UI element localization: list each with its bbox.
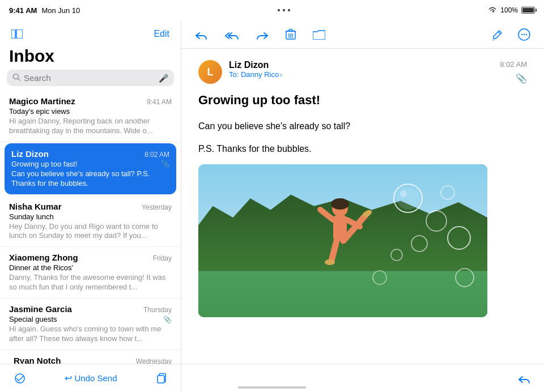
email-preview-5: Hi again. Guess who's coming to town wit… bbox=[9, 325, 172, 344]
email-detail-content: L Liz Dizon To: Danny Rico › 8:02 AM 📎 G… bbox=[181, 49, 544, 364]
svg-line-28 bbox=[332, 241, 337, 261]
svg-point-37 bbox=[441, 186, 454, 199]
status-bar-left: 9:41 AM Mon Jun 10 bbox=[9, 6, 80, 15]
svg-point-33 bbox=[397, 187, 419, 210]
email-time-1: 9:41 AM bbox=[147, 98, 172, 106]
more-button[interactable] bbox=[516, 26, 533, 43]
sender-avatar: L bbox=[198, 60, 222, 84]
home-indicator bbox=[238, 386, 306, 389]
email-preview-2: Can you believe she's already so tall? P… bbox=[11, 169, 169, 189]
svg-rect-0 bbox=[11, 29, 15, 39]
svg-point-20 bbox=[524, 33, 525, 35]
email-time-4: Friday bbox=[153, 254, 172, 262]
svg-rect-22 bbox=[198, 272, 487, 317]
email-item-5[interactable]: Jasmine Garcia Thursday Special guests 📎… bbox=[0, 299, 181, 350]
status-bar: 9:41 AM Mon Jun 10 100% bbox=[0, 0, 544, 20]
svg-point-24 bbox=[331, 198, 349, 210]
detail-toolbar-left bbox=[193, 27, 328, 42]
svg-rect-1 bbox=[16, 29, 23, 39]
email-preview-1: Hi again Danny, Reporting back on anothe… bbox=[9, 117, 172, 136]
filter-button[interactable] bbox=[11, 371, 28, 386]
undo-send-button[interactable]: ↩ Undo Send bbox=[65, 373, 117, 384]
email-item-6[interactable]: Ryan Notch Wednesday Out of town Howdy n… bbox=[0, 350, 181, 364]
app-container: Edit Inbox 🎤 Magico Martinez 9:41 AM bbox=[0, 20, 544, 392]
search-bar[interactable]: 🎤 bbox=[7, 70, 174, 86]
move-folder-button[interactable] bbox=[311, 27, 328, 42]
trash-button[interactable] bbox=[283, 27, 298, 42]
edit-button[interactable]: Edit bbox=[151, 27, 172, 41]
sender-initial: L bbox=[207, 66, 214, 78]
email-item-1[interactable]: Magico Martinez 9:41 AM Today's epic vie… bbox=[0, 91, 181, 142]
dot-3 bbox=[288, 9, 290, 11]
wifi-icon bbox=[488, 6, 497, 15]
email-subject-1: Today's epic views bbox=[9, 107, 70, 116]
svg-point-38 bbox=[448, 227, 470, 249]
email-item-4[interactable]: Xiaomeng Zhong Friday Dinner at the Rico… bbox=[0, 247, 181, 299]
svg-rect-7 bbox=[158, 376, 164, 383]
search-input[interactable] bbox=[24, 73, 155, 83]
email-time-6: Wednesday bbox=[136, 357, 172, 364]
battery-fill bbox=[522, 8, 534, 12]
reply-all-button[interactable] bbox=[222, 27, 241, 42]
svg-point-34 bbox=[426, 211, 447, 231]
reply-button[interactable] bbox=[193, 27, 210, 42]
svg-line-6 bbox=[19, 376, 23, 381]
email-list-panel: Edit Inbox 🎤 Magico Martinez 9:41 AM bbox=[0, 20, 181, 392]
reply-detail-button[interactable] bbox=[516, 371, 533, 386]
email-subject-2: Growing up too fast! bbox=[11, 160, 77, 168]
undo-icon: ↩ bbox=[65, 373, 72, 384]
email-preview-3: Hey Danny, Do you and Rigo want to come … bbox=[9, 222, 172, 241]
email-sender-1: Magico Martinez bbox=[9, 96, 75, 106]
email-time-5: Thursday bbox=[143, 306, 172, 314]
svg-point-21 bbox=[526, 33, 527, 35]
list-toolbar: Edit bbox=[0, 20, 181, 45]
copy-button[interactable] bbox=[154, 370, 169, 386]
email-items: Magico Martinez 9:41 AM Today's epic vie… bbox=[0, 91, 181, 364]
email-item-2[interactable]: Liz Dizon 8:02 AM Growing up too fast! 📎… bbox=[5, 143, 176, 195]
svg-point-30 bbox=[325, 259, 335, 265]
svg-line-3 bbox=[18, 79, 20, 81]
chevron-right-icon: › bbox=[280, 71, 282, 78]
to-label: To: Danny Rico bbox=[229, 70, 279, 79]
svg-line-16 bbox=[498, 32, 500, 34]
dot-2 bbox=[283, 9, 285, 11]
email-item-3[interactable]: Nisha Kumar Yesterday Sunday lunch Hey D… bbox=[0, 196, 181, 248]
email-sender-3: Nisha Kumar bbox=[9, 202, 62, 211]
inbox-title: Inbox bbox=[0, 45, 181, 70]
email-image bbox=[198, 164, 487, 317]
detail-time: 8:02 AM bbox=[500, 60, 527, 69]
undo-send-label: Undo Send bbox=[74, 373, 117, 383]
detail-toolbar-right bbox=[490, 26, 533, 43]
attachment-clip-icon: 📎 bbox=[516, 73, 527, 84]
email-sender-4: Xiaomeng Zhong bbox=[9, 253, 78, 262]
detail-bottom-bar bbox=[181, 364, 544, 392]
email-detail-panel: L Liz Dizon To: Danny Rico › 8:02 AM 📎 G… bbox=[181, 20, 544, 392]
status-bar-center bbox=[278, 9, 290, 11]
forward-button[interactable] bbox=[254, 27, 271, 42]
detail-email-header: L Liz Dizon To: Danny Rico › 8:02 AM 📎 bbox=[198, 60, 527, 84]
list-bottom-bar: ↩ Undo Send bbox=[0, 364, 181, 392]
compose-button[interactable] bbox=[490, 27, 505, 42]
attachment-icon-5: 📎 bbox=[163, 316, 172, 323]
email-subject-4: Dinner at the Ricos' bbox=[9, 263, 73, 272]
sidebar-toggle-button[interactable] bbox=[9, 27, 25, 41]
detail-body-1: Can you believe she's already so tall? bbox=[198, 119, 527, 134]
email-time-2: 8:02 AM bbox=[144, 151, 169, 159]
email-sender-5: Jasmine Garcia bbox=[9, 304, 72, 314]
svg-point-41 bbox=[400, 190, 407, 197]
svg-point-36 bbox=[391, 249, 402, 261]
attachment-icon-2: 📎 bbox=[161, 160, 169, 168]
battery-icon bbox=[521, 7, 535, 14]
detail-body-2: P.S. Thanks for the bubbles. bbox=[198, 142, 527, 156]
email-sender-2: Liz Dizon bbox=[11, 149, 49, 159]
email-time-3: Yesterday bbox=[142, 203, 172, 211]
email-preview-4: Danny, Thanks for the awesome evening! I… bbox=[9, 273, 172, 292]
status-bar-right: 100% bbox=[488, 6, 535, 15]
email-sender-6: Ryan Notch bbox=[14, 356, 61, 364]
microphone-icon[interactable]: 🎤 bbox=[159, 74, 168, 83]
detail-sender-name: Liz Dizon bbox=[229, 60, 493, 70]
svg-point-19 bbox=[521, 33, 522, 35]
detail-to-line[interactable]: To: Danny Rico › bbox=[229, 70, 493, 79]
svg-point-35 bbox=[411, 236, 427, 252]
status-time: 9:41 AM bbox=[9, 6, 37, 15]
